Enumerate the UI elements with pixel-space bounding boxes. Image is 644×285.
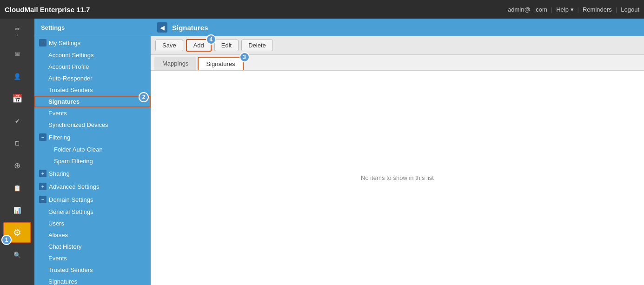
domain: .com: [534, 6, 547, 13]
save-button[interactable]: Save: [155, 40, 183, 51]
empty-message: No items to show in this list: [361, 174, 434, 181]
settings-header: Settings: [34, 19, 151, 36]
tabs-bar: Mappings Signatures 3: [151, 55, 644, 71]
advanced-settings-section: + Advanced Settings: [34, 180, 151, 193]
my-settings-label: My Settings: [49, 40, 80, 46]
sharing-label: Sharing: [49, 170, 70, 177]
settings-title: Settings: [41, 24, 65, 31]
mappings-tab[interactable]: Mappings: [154, 57, 196, 70]
edit-button[interactable]: Edit: [214, 40, 239, 51]
advanced-settings-collapse-icon: +: [39, 183, 46, 190]
sharing-group[interactable]: + Sharing: [34, 167, 151, 180]
toolbar: Save Add 4 Edit Delete: [151, 36, 644, 55]
filtering-collapse-icon: −: [39, 133, 46, 141]
left-icon-bar: ✏ + ✉ 👤 📅 ✔ 🗒 ⊕ 📋 📊 ⚙ 1 🔍: [0, 19, 34, 285]
delete-button[interactable]: Delete: [241, 40, 273, 51]
content-header: ◀ Signatures: [151, 19, 644, 36]
logout-link[interactable]: Logout: [621, 6, 639, 13]
my-settings-collapse-icon: −: [39, 39, 46, 46]
compose-btn-wrap: ✏ +: [3, 21, 31, 42]
advanced-settings-group[interactable]: + Advanced Settings: [34, 180, 151, 193]
filtering-section: − Filtering Folder Auto-Clean Spam Filte…: [34, 131, 151, 167]
contacts-icon[interactable]: 👤: [3, 66, 31, 87]
domain-settings-group[interactable]: − Domain Settings: [34, 193, 151, 206]
domain-settings-label: Domain Settings: [49, 196, 93, 203]
content-area: ◀ Signatures Save Add 4 Edit Delete Mapp…: [151, 19, 644, 285]
topbar: CloudMail Enterprise 11.7 admin@ .com | …: [0, 0, 644, 19]
settings-sidebar: Settings − My Settings Account Settings …: [34, 19, 151, 285]
step-badge-1: 1: [1, 235, 12, 245]
notes-icon[interactable]: 🗒: [3, 133, 31, 154]
sidebar-item-general-settings[interactable]: General Settings: [34, 206, 151, 218]
sidebar-item-spam-filtering[interactable]: Spam Filtering: [34, 155, 151, 167]
sidebar-item-auto-responder[interactable]: Auto-Responder: [34, 73, 151, 84]
sidebar-item-signatures-domain[interactable]: Signatures: [34, 276, 151, 285]
domain-settings-section: − Domain Settings General Settings Users…: [34, 193, 151, 285]
step-badge-3: 3: [239, 52, 250, 62]
tasks-icon[interactable]: ✔: [3, 110, 31, 132]
sidebar-item-trusted-senders-domain[interactable]: Trusted Senders: [34, 264, 151, 276]
sidebar-item-chat-history[interactable]: Chat History: [34, 241, 151, 252]
signatures-tab[interactable]: Signatures: [198, 57, 243, 70]
my-settings-section: − My Settings Account Settings Account P…: [34, 36, 151, 131]
sidebar-item-trusted-senders[interactable]: Trusted Senders: [34, 84, 151, 96]
calendar-icon[interactable]: 📅: [3, 88, 31, 109]
step-badge-2: 2: [139, 92, 149, 102]
content-body: No items to show in this list: [151, 71, 644, 285]
filtering-group[interactable]: − Filtering: [34, 131, 151, 144]
filtering-label: Filtering: [49, 134, 70, 141]
step-badge-4: 4: [206, 34, 216, 45]
topbar-right: admin@ .com | Help ▾ | Reminders | Logou…: [508, 6, 639, 13]
mail-icon[interactable]: ✉: [3, 43, 31, 65]
sidebar-item-account-settings[interactable]: Account Settings: [34, 49, 151, 61]
divider3: |: [616, 6, 617, 13]
reports-icon[interactable]: 📊: [3, 199, 31, 221]
sidebar-item-account-profile[interactable]: Account Profile: [34, 61, 151, 73]
search-icon[interactable]: 🔍: [3, 244, 31, 265]
documents-icon[interactable]: 📋: [3, 177, 31, 199]
sharing-collapse-icon: +: [39, 170, 46, 177]
main-container: Settings − My Settings Account Settings …: [34, 19, 644, 285]
sidebar-item-users[interactable]: Users: [34, 218, 151, 229]
user-email: admin@: [508, 6, 531, 13]
divider2: |: [578, 6, 579, 13]
sidebar-item-events-domain[interactable]: Events: [34, 252, 151, 264]
app-title: CloudMail Enterprise 11.7: [5, 6, 90, 13]
reminders-link[interactable]: Reminders: [583, 6, 612, 13]
content-title: Signatures: [172, 24, 208, 32]
help-chevron-icon: ▾: [571, 6, 574, 13]
topbar-left: CloudMail Enterprise 11.7: [5, 6, 90, 13]
advanced-settings-label: Advanced Settings: [49, 183, 99, 190]
sidebar-item-events-my[interactable]: Events: [34, 107, 151, 119]
sidebar-item-signatures[interactable]: Signatures: [34, 96, 151, 107]
my-settings-group[interactable]: − My Settings: [34, 36, 151, 49]
domain-settings-collapse-icon: −: [39, 196, 46, 203]
help-link[interactable]: Help ▾: [556, 6, 573, 13]
divider1: |: [551, 6, 552, 13]
sidebar-item-folder-auto-clean[interactable]: Folder Auto-Clean: [34, 144, 151, 155]
sharing-section: + Sharing: [34, 167, 151, 180]
rss-icon[interactable]: ⊕: [3, 155, 31, 176]
settings-btn-wrap: ⚙ 1: [3, 222, 31, 243]
sidebar-item-synchronized-devices[interactable]: Synchronized Devices: [34, 119, 151, 131]
sidebar-item-aliases[interactable]: Aliases: [34, 229, 151, 241]
content-collapse-icon[interactable]: ◀: [157, 22, 167, 33]
compose-icon[interactable]: ✏ +: [3, 21, 31, 42]
